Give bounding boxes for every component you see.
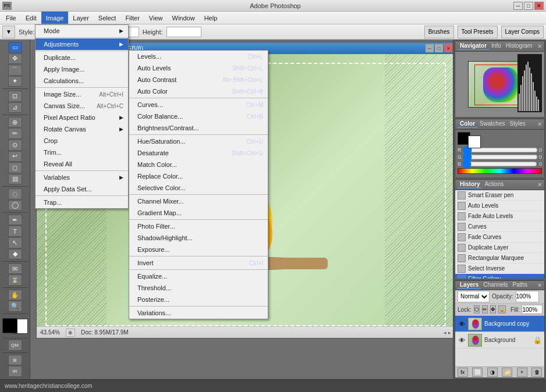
dd-auto-levels[interactable]: Auto LevelsShift+Ctrl+L (129, 62, 268, 74)
b-slider[interactable] (462, 162, 537, 166)
tool-slice[interactable]: ⊿ (8, 102, 22, 113)
lock-image-icon[interactable]: ✏ (482, 305, 488, 313)
r-slider[interactable] (463, 148, 538, 152)
menu-layer[interactable]: Layer (68, 12, 94, 24)
layer-visibility-1[interactable]: 👁 (458, 336, 466, 344)
g-slider[interactable] (463, 155, 538, 159)
dd-variations[interactable]: Variations... (129, 307, 268, 319)
layer-comps-icon[interactable]: Layer Comps (501, 26, 544, 38)
tool-quickmask[interactable]: QM (8, 340, 22, 351)
tool-options-icon[interactable]: ▼ (2, 26, 15, 38)
close-button[interactable]: ✕ (534, 2, 544, 10)
layer-adjustment-button[interactable]: ◑ (487, 368, 498, 377)
lock-transparent-icon[interactable]: ⬡ (474, 305, 480, 313)
history-item-1[interactable]: Auto Levels (455, 201, 544, 211)
dd-threshold[interactable]: Threshold... (129, 282, 268, 294)
layer-item-1[interactable]: 👁 Background 🔒 (455, 332, 544, 348)
tool-imageready[interactable]: IR (8, 366, 22, 377)
history-item-0[interactable]: Smart Eraser pen (455, 190, 544, 201)
layers-panel-close[interactable]: ✕ (537, 282, 542, 288)
history-item-8[interactable]: Filter Gallery (455, 274, 544, 279)
dd-trap[interactable]: Trap... (36, 197, 128, 208)
menu-help[interactable]: Help (200, 12, 222, 24)
dd-variables[interactable]: Variables▶ (36, 172, 128, 183)
dd-invert[interactable]: InvertCtrl+I (129, 257, 268, 269)
opacity-input[interactable] (516, 291, 539, 302)
dd-match-color[interactable]: Match Color... (129, 159, 268, 170)
background-swatch[interactable] (468, 136, 481, 148)
tool-brush[interactable]: ✏ (8, 128, 22, 139)
layer-visibility-0[interactable]: 👁 (458, 320, 466, 328)
tab-color[interactable]: Color (458, 120, 477, 128)
menu-edit[interactable]: Edit (21, 12, 41, 24)
dd-replace-color[interactable]: Replace Color... (129, 170, 268, 182)
tool-healing[interactable]: ⊕ (8, 117, 22, 128)
dd-reveal-all[interactable]: Reveal All (36, 158, 128, 170)
dd-curves[interactable]: Curves...Ctrl+M (129, 99, 268, 111)
dd-calculations[interactable]: Calculations... (36, 75, 128, 87)
dd-canvas-size[interactable]: Canvas Size...Alt+Ctrl+C (36, 100, 128, 112)
menu-filter[interactable]: Filter (120, 12, 144, 24)
dd-rotate-canvas[interactable]: Rotate Canvas▶ (36, 123, 128, 135)
history-item-7[interactable]: Select Inverse (455, 263, 544, 274)
maximize-button[interactable]: □ (524, 2, 533, 10)
dd-selective-color[interactable]: Selective Color... (129, 182, 268, 194)
dd-channel-mixer[interactable]: Channel Mixer... (129, 195, 268, 207)
lock-position-icon[interactable]: ✥ (490, 305, 496, 313)
dd-shadow-highlight[interactable]: Shadow/Highlight... (129, 232, 268, 244)
menu-view[interactable]: View (144, 12, 168, 24)
history-item-3[interactable]: Curves (455, 222, 544, 232)
dd-apply-data[interactable]: Apply Data Set... (36, 183, 128, 195)
tab-info[interactable]: Info (489, 42, 504, 50)
tool-gradient[interactable]: ▤ (8, 174, 22, 185)
tool-dodge[interactable]: ◯ (8, 200, 22, 211)
layer-fx-button[interactable]: fx (458, 368, 468, 377)
tool-hand[interactable]: ✋ (8, 290, 22, 301)
dd-auto-color[interactable]: Auto ColorShift+Ctrl+B (129, 85, 268, 97)
history-item-4[interactable]: Fade Curves (455, 232, 544, 243)
dd-duplicate[interactable]: Duplicate... (36, 52, 128, 63)
tool-crop[interactable]: ⊡ (8, 91, 22, 102)
dd-auto-contrast[interactable]: Auto ContrastAlt+Shift+Ctrl+L (129, 74, 268, 85)
lock-all-icon[interactable]: 🔒 (498, 305, 506, 313)
zoom-slider[interactable]: ⊕ (66, 329, 75, 337)
color-panel-close[interactable]: ✕ (537, 121, 542, 127)
dd-posterize[interactable]: Posterize... (129, 294, 268, 305)
layer-mask-button[interactable]: ⬜ (472, 368, 483, 377)
history-item-6[interactable]: Rectangular Marquee (455, 253, 544, 263)
tool-blur[interactable]: ◌ (8, 188, 22, 199)
dd-adjustments[interactable]: Adjustments ▶ Levels...Ctrl+L Auto Level… (36, 38, 128, 50)
tool-marquee[interactable]: ▭ (8, 42, 22, 53)
tab-layers[interactable]: Layers (458, 281, 481, 289)
dd-trim[interactable]: Trim... (36, 147, 128, 158)
dd-brightness-contrast[interactable]: Brightness/Contrast... (129, 122, 268, 134)
history-item-2[interactable]: Fade Auto Levels (455, 211, 544, 222)
tool-eraser[interactable]: ◻ (8, 162, 22, 173)
minimize-button[interactable]: ─ (513, 2, 523, 10)
navigator-panel-close[interactable]: ✕ (537, 43, 542, 49)
tab-channels[interactable]: Channels (481, 281, 510, 289)
doc-minimize-button[interactable]: ─ (426, 44, 434, 52)
doc-maximize-button[interactable]: □ (435, 44, 443, 52)
tab-actions[interactable]: Actions (482, 181, 506, 188)
color-spectrum[interactable] (458, 168, 542, 174)
tab-styles[interactable]: Styles (507, 120, 527, 128)
dd-image-size[interactable]: Image Size...Alt+Ctrl+I (36, 88, 128, 100)
layer-new-button[interactable]: + (517, 368, 527, 377)
dd-gradient-map[interactable]: Gradient Map... (129, 207, 268, 219)
tab-swatches[interactable]: Swatches (477, 120, 507, 128)
dd-desaturate[interactable]: DesaturateShift+Ctrl+U (129, 147, 268, 159)
height-input[interactable] (166, 27, 201, 37)
tab-histogram[interactable]: Histogram (504, 42, 535, 50)
tool-notes[interactable]: ✉ (8, 263, 22, 275)
tool-path-selection[interactable]: ↖ (8, 237, 22, 248)
tab-navigator[interactable]: Navigator (458, 42, 489, 50)
layer-group-button[interactable]: 📁 (502, 368, 512, 377)
menu-image[interactable]: Image (41, 12, 69, 24)
dd-levels[interactable]: Levels...Ctrl+L (129, 51, 268, 62)
tool-type[interactable]: T (8, 226, 22, 237)
dd-hue-saturation[interactable]: Hue/Saturation...Ctrl+U (129, 136, 268, 147)
menu-select[interactable]: Select (94, 12, 121, 24)
dd-photo-filter[interactable]: Photo Filter... (129, 220, 268, 232)
tool-lasso[interactable]: ⌒ (8, 65, 22, 76)
